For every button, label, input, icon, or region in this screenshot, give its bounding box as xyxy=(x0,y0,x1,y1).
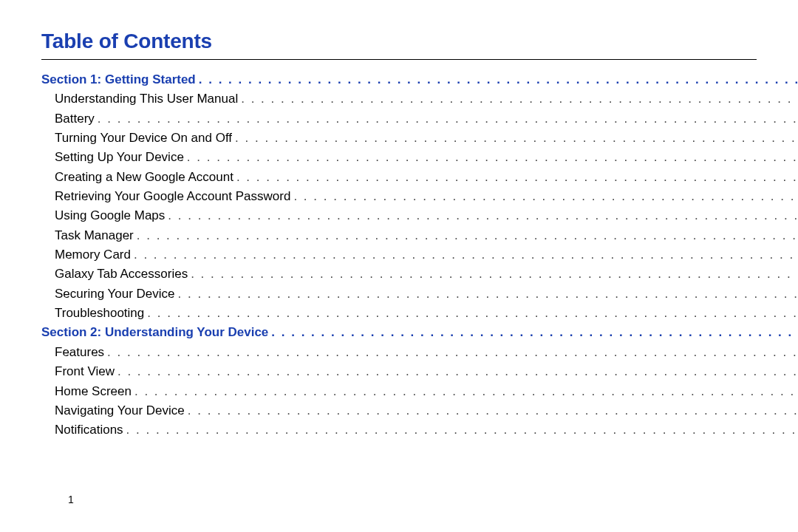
toc-item[interactable]: Notifications24 xyxy=(41,420,798,440)
toc-leader-dots xyxy=(235,129,798,148)
toc-leader-dots xyxy=(187,148,798,167)
toc-entry-label: Home Screen xyxy=(55,382,132,401)
toc-entry-label: Galaxy Tab Accessories xyxy=(55,265,188,284)
toc-entry-label: Navigating Your Device xyxy=(55,401,185,420)
toc-section[interactable]: Section 2: Understanding Your Device17 xyxy=(41,323,798,342)
toc-leader-dots xyxy=(98,109,798,129)
toc-entry-label: Using Google Maps xyxy=(55,206,165,225)
toc-leader-dots xyxy=(117,362,798,381)
toc-entry-label: Front View xyxy=(55,362,115,381)
toc-item[interactable]: Front View18 xyxy=(41,362,798,381)
toc-item[interactable]: Battery6 xyxy=(41,109,798,129)
toc-leader-dots xyxy=(178,284,798,304)
toc-leader-dots xyxy=(191,265,798,284)
toc-entry-label: Creating a New Google Account xyxy=(55,168,233,187)
toc-columns: Section 1: Getting Started5Understanding… xyxy=(41,70,757,440)
toc-entry-label: Features xyxy=(55,343,104,362)
toc-leader-dots xyxy=(137,226,798,245)
toc-leader-dots xyxy=(199,70,798,89)
toc-item[interactable]: Securing Your Device15 xyxy=(41,284,798,304)
toc-leader-dots xyxy=(147,304,798,323)
toc-entry-label: Troubleshooting xyxy=(55,304,144,323)
toc-leader-dots xyxy=(126,420,798,440)
toc-leader-dots xyxy=(134,382,798,401)
toc-entry-label: Retrieving Your Google Account Password xyxy=(55,187,290,206)
toc-item[interactable]: Memory Card13 xyxy=(41,245,798,265)
toc-entry-label: Section 1: Getting Started xyxy=(41,70,196,89)
toc-item[interactable]: Navigating Your Device23 xyxy=(41,401,798,420)
toc-entry-label: Notifications xyxy=(55,420,123,440)
toc-item[interactable]: Task Manager13 xyxy=(41,226,798,245)
toc-leader-dots xyxy=(168,206,798,225)
toc-item[interactable]: Galaxy Tab Accessories15 xyxy=(41,265,798,284)
toc-entry-label: Memory Card xyxy=(55,245,131,265)
toc-entry-label: Turning Your Device On and Off xyxy=(55,129,232,148)
toc-item[interactable]: Understanding This User Manual5 xyxy=(41,89,798,109)
toc-entry-label: Understanding This User Manual xyxy=(55,89,238,109)
toc-item[interactable]: Using Google Maps12 xyxy=(41,206,798,225)
toc-title: Table of Contents xyxy=(41,30,757,60)
toc-entry-label: Setting Up Your Device xyxy=(55,148,184,167)
toc-leader-dots xyxy=(134,245,798,265)
toc-item[interactable]: Features17 xyxy=(41,343,798,362)
toc-leader-dots xyxy=(271,323,798,342)
toc-leader-dots xyxy=(293,187,798,206)
toc-entry-label: Section 2: Understanding Your Device xyxy=(41,323,268,342)
toc-entry-label: Battery xyxy=(55,109,95,129)
toc-leader-dots xyxy=(241,89,798,109)
toc-leader-dots xyxy=(188,401,798,420)
toc-item[interactable]: Creating a New Google Account12 xyxy=(41,168,798,187)
toc-item[interactable]: Turning Your Device On and Off8 xyxy=(41,129,798,148)
toc-leader-dots xyxy=(107,343,798,362)
toc-item[interactable]: Setting Up Your Device8 xyxy=(41,148,798,167)
toc-column-left: Section 1: Getting Started5Understanding… xyxy=(41,70,798,440)
toc-item[interactable]: Troubleshooting16 xyxy=(41,304,798,323)
toc-leader-dots xyxy=(236,168,798,187)
toc-entry-label: Task Manager xyxy=(55,226,134,245)
toc-section[interactable]: Section 1: Getting Started5 xyxy=(41,70,798,89)
toc-item[interactable]: Home Screen20 xyxy=(41,382,798,401)
toc-item[interactable]: Retrieving Your Google Account Password1… xyxy=(41,187,798,206)
toc-entry-label: Securing Your Device xyxy=(55,284,175,304)
page-number: 1 xyxy=(68,494,74,505)
